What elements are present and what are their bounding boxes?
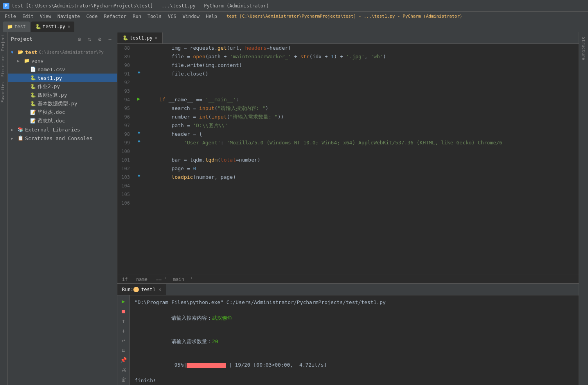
tree-item-test-root[interactable]: ▼ 📂 test C:\Users\Administrator\Py xyxy=(8,48,117,56)
editor-tab-label: test1.py xyxy=(130,35,153,41)
tab-test[interactable]: 📁 test xyxy=(3,22,30,32)
menu-tools[interactable]: Tools xyxy=(144,12,165,21)
line-98: 98 xyxy=(117,130,133,139)
line-numbers: 88 89 90 91 92 93 94 95 96 97 98 99 100 … xyxy=(117,44,136,275)
line-100: 100 xyxy=(117,147,133,156)
bottom-tab-run[interactable]: Run: test1 × xyxy=(117,284,166,295)
sidebar-settings-icon[interactable]: ⚙ xyxy=(76,35,83,43)
gutter: ◆ ▶ ◆ ◆ ◆ xyxy=(136,44,144,275)
line-103: 103 xyxy=(117,173,133,182)
code-content[interactable]: img = requests.get(url, headers=header) … xyxy=(144,44,579,275)
sidebar-header: Project ⚙ ⇅ ⚙ − xyxy=(8,32,117,46)
bookmark-99: ◆ xyxy=(138,139,140,144)
menu-refactor[interactable]: Refactor xyxy=(101,12,129,21)
tree-label-scratches: Scratches and Consoles xyxy=(25,135,92,141)
tree-csv-icon: 📄 xyxy=(30,66,36,72)
code-line-95: search = input("请输入搜索内容: ") xyxy=(144,104,579,113)
tree-label-zuoye2: 作业2.py xyxy=(38,83,60,90)
editor-tab-close-icon[interactable]: × xyxy=(155,35,158,41)
run-wrap-button[interactable]: ↩ xyxy=(119,336,128,344)
tree-label-caizhipin: 蔡志斌.doc xyxy=(38,117,65,124)
tree-item-scratches[interactable]: ▶ 📋 Scratches and Consoles xyxy=(8,134,117,142)
tree-item-biqiujie[interactable]: 📝 毕秋杰.doc xyxy=(8,108,117,117)
editor-status-line: if __name__ == '__main__' xyxy=(117,275,579,283)
tree-folder-icon-venv: 📁 xyxy=(23,58,30,64)
tree-item-test1py[interactable]: 🐍 test1.py xyxy=(8,74,117,82)
run-line-progress1: 95%| | 19/20 [00:03<00:00, 4.72it/s] xyxy=(135,353,574,377)
line-94: 94 xyxy=(117,95,133,104)
bottom-panel: Run: test1 × ▶ ■ ↑ ↓ ↩ ⇊ 📌 🖨 xyxy=(117,283,579,385)
tree-path-test: C:\Users\Administrator\Py xyxy=(39,50,104,55)
run-tab-test1-label: test1 xyxy=(141,287,155,292)
run-tab-close-icon[interactable]: × xyxy=(158,287,161,292)
line-92: 92 xyxy=(117,78,133,87)
bookmark-98: ◆ xyxy=(138,130,140,135)
tree-item-venv[interactable]: ▶ 📁 venv xyxy=(8,56,117,65)
tree-item-szys[interactable]: 🐍 四则运算.py xyxy=(8,91,117,99)
run-input-search: 武汉鳜鱼 xyxy=(212,315,232,321)
run-panel: ▶ ■ ↑ ↓ ↩ ⇊ 📌 🖨 🗑 "D:\Program Files\pyth… xyxy=(117,295,579,385)
tree-item-name1csv[interactable]: 📄 name1.csv xyxy=(8,65,117,74)
run-stop-button[interactable]: ■ xyxy=(119,307,128,315)
window-title: test [C:\Users\Administrator\PycharmProj… xyxy=(12,3,269,9)
line-105: 105 xyxy=(117,190,133,199)
run-up-button[interactable]: ↑ xyxy=(119,317,128,325)
line-95: 95 xyxy=(117,104,133,113)
code-line-94: if __name__ == '__main__': xyxy=(144,95,579,104)
project-tabs-bar: 📁 test 🐍 test1.py × xyxy=(0,21,588,32)
tab-test1py[interactable]: 🐍 test1.py × xyxy=(31,22,74,32)
tree-item-zuoye2[interactable]: 🐍 作业2.py xyxy=(8,82,117,91)
left-tab-project[interactable]: Project xyxy=(0,32,7,53)
left-tab-favorites[interactable]: Favorites xyxy=(0,79,7,105)
tree-label-jbsjlx: 基本数据类型.py xyxy=(38,100,77,107)
menu-navigate[interactable]: Navigate xyxy=(54,12,83,21)
menu-file[interactable]: File xyxy=(2,12,19,21)
sidebar-minus-icon[interactable]: − xyxy=(106,35,114,43)
tree-arrow-venv: ▶ xyxy=(17,59,23,63)
run-scroll-end-button[interactable]: ⇊ xyxy=(119,346,128,354)
menu-edit[interactable]: Edit xyxy=(19,12,37,21)
tab-close-icon[interactable]: × xyxy=(68,24,70,29)
menu-vcs[interactable]: VCS xyxy=(165,12,180,21)
menu-view[interactable]: View xyxy=(37,12,54,21)
menu-window[interactable]: Window xyxy=(180,12,203,21)
menu-run[interactable]: Run xyxy=(129,12,144,21)
progress-pct-1: 95%| xyxy=(171,362,187,368)
tree-label-biqiujie: 毕秋杰.doc xyxy=(38,109,65,116)
line-88: 88 xyxy=(117,44,133,52)
status-line-content: if __name__ == '__main__' xyxy=(122,277,193,282)
sidebar-expand-icon[interactable]: ⇅ xyxy=(86,35,94,43)
line-106: 106 xyxy=(117,199,133,207)
bookmark-103: ◆ xyxy=(138,173,140,178)
run-clear-button[interactable]: 🗑 xyxy=(119,375,128,383)
tree-doc-icon-bqj: 📝 xyxy=(30,109,36,115)
tree-doc-icon-czb: 📝 xyxy=(30,118,36,124)
code-line-96: number = int(input("请输入需求数量: ")) xyxy=(144,113,579,121)
sidebar-gear-icon[interactable]: ⚙ xyxy=(96,35,104,43)
tree-item-extlibs[interactable]: ▶ 📚 External Libraries xyxy=(8,125,117,134)
run-print-button[interactable]: 🖨 xyxy=(119,365,128,374)
line-96: 96 xyxy=(117,113,133,121)
run-down-button[interactable]: ↓ xyxy=(119,326,128,335)
editor-tab-test1py[interactable]: 🐍 test1.py × xyxy=(117,32,163,43)
tree-label-name1csv: name1.csv xyxy=(38,67,65,72)
tree-label-szys: 四则运算.py xyxy=(38,92,67,99)
tree-py-icon-jbsjlx: 🐍 xyxy=(30,101,36,107)
tree-item-jbsjlx[interactable]: 🐍 基本数据类型.py xyxy=(8,99,117,108)
menu-help[interactable]: Help xyxy=(203,12,220,21)
run-prompt-number: 请输入需求数量： xyxy=(171,338,212,344)
run-output: "D:\Program Files\python.exe" C:/Users/A… xyxy=(130,295,579,385)
run-prompt-search: 请输入搜索内容： xyxy=(171,315,212,321)
run-line-search: 请输入搜索内容：武汉鳜鱼 xyxy=(135,306,574,330)
tree-item-caizhipin[interactable]: 📝 蔡志斌.doc xyxy=(8,117,117,125)
run-command-line: "D:\Program Files\python.exe" C:/Users/A… xyxy=(135,299,574,306)
right-vtab-structure[interactable]: Structure xyxy=(579,34,588,63)
run-arrow-94: ▶ xyxy=(137,95,140,102)
main-layout: Project Structure Favorites Project ⚙ ⇅ … xyxy=(0,32,588,385)
code-line-105 xyxy=(144,190,579,199)
line-104: 104 xyxy=(117,182,133,190)
menu-code[interactable]: Code xyxy=(83,12,101,21)
left-tab-structure[interactable]: Structure xyxy=(0,53,7,79)
run-pin-button[interactable]: 📌 xyxy=(119,356,128,364)
run-play-button[interactable]: ▶ xyxy=(119,297,128,305)
